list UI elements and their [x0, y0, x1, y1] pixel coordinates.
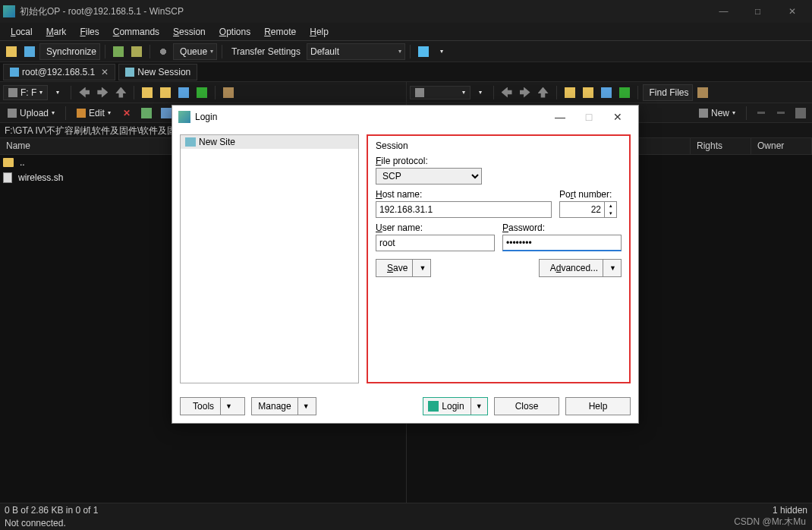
toolbar-arrow[interactable]: ▾	[433, 43, 450, 60]
maximize-button[interactable]: □	[741, 0, 775, 23]
delete-icon: ✕	[123, 108, 131, 118]
tab-close-icon[interactable]: ✕	[101, 67, 109, 77]
nav-fwd-right[interactable]	[517, 84, 533, 101]
dialog-minimize[interactable]: —	[546, 111, 574, 123]
disk-icon	[8, 88, 17, 97]
find-files-button[interactable]: Find Files	[643, 84, 693, 101]
file-protocol-label: File protocol:	[376, 156, 622, 166]
action-right-i2[interactable]	[773, 105, 789, 121]
nav-up-right[interactable]	[535, 84, 552, 101]
session-tab-active[interactable]: root@192.168.5.1 ✕	[3, 64, 115, 80]
session-legend: Session	[376, 140, 622, 151]
nav-back-right[interactable]	[499, 84, 515, 101]
password-input[interactable]	[502, 235, 622, 251]
back-icon	[502, 87, 512, 98]
nav-refresh-left[interactable]	[194, 84, 210, 101]
queue-dropdown[interactable]: Queue ▾	[173, 43, 217, 60]
close-button[interactable]: ✕	[775, 0, 809, 23]
host-label: Host name:	[376, 189, 552, 200]
action-right-i3[interactable]	[792, 105, 809, 121]
dialog-title: Login	[195, 112, 546, 122]
nav-tree-left[interactable]	[220, 84, 237, 101]
nav-back-left[interactable]	[76, 84, 93, 101]
user-input[interactable]	[376, 235, 495, 251]
save-button[interactable]: Save ▼	[376, 259, 431, 277]
file-icon	[3, 172, 12, 183]
nav-fwd-left[interactable]	[94, 84, 111, 101]
col-owner[interactable]: Owner	[751, 138, 812, 154]
manage-button[interactable]: Manage▼	[251, 397, 316, 415]
port-label: Port number:	[559, 189, 622, 200]
advanced-button[interactable]: Advanced... ▼	[539, 259, 622, 277]
watermark: CSDN @Mr.木Mu	[734, 516, 806, 528]
toolbar-icon4[interactable]	[128, 43, 145, 60]
nav-folder2-right[interactable]	[580, 84, 596, 101]
action-left-i1[interactable]	[138, 105, 155, 121]
synchronize-button[interactable]: Synchronize	[39, 43, 100, 60]
menu-remote[interactable]: Remote	[258, 24, 302, 39]
tools-button[interactable]: Tools▼	[180, 397, 245, 415]
status-hidden: 1 hidden	[773, 505, 807, 516]
menu-files[interactable]: Files	[74, 24, 105, 39]
nav-home-right[interactable]	[598, 84, 615, 101]
new-label: New	[711, 108, 729, 118]
nav-folder1-right[interactable]	[562, 84, 578, 101]
transfer-settings-value: Default	[310, 46, 395, 57]
dialog-maximize: □	[574, 111, 603, 123]
toolbar-icon5[interactable]	[415, 43, 432, 60]
site-tree[interactable]: New Site	[180, 134, 359, 383]
nav-refresh-right[interactable]	[616, 84, 633, 101]
status-connection: Not connected.	[5, 518, 66, 528]
new-session-tab[interactable]: New Session	[118, 64, 197, 80]
site-icon	[185, 137, 196, 147]
port-input[interactable]	[559, 201, 605, 218]
minimize-button[interactable]: —	[707, 0, 741, 23]
local-disk-selector[interactable]: F: F ▾	[3, 85, 48, 100]
toolbar-icon2[interactable]	[21, 43, 38, 60]
action-right-i1[interactable]	[753, 105, 770, 121]
toolbar-gear[interactable]	[155, 43, 172, 60]
upload-button[interactable]: Upload ▾	[3, 106, 59, 120]
main-toolbar: Synchronize Queue ▾ Transfer Settings De…	[0, 41, 812, 62]
monitor-icon	[10, 68, 19, 77]
nav-up-left[interactable]	[112, 84, 129, 101]
menu-options[interactable]: Options	[213, 24, 257, 39]
menu-session[interactable]: Session	[167, 24, 212, 39]
folder-icon	[415, 88, 424, 97]
remote-path-selector[interactable]: ▾	[410, 86, 471, 99]
nav-left-sep1[interactable]: ▾	[49, 84, 66, 101]
port-spinner[interactable]: ▴▾	[605, 201, 617, 218]
nav-folder2-left[interactable]	[157, 84, 174, 101]
menu-mark[interactable]: Mark	[40, 24, 73, 39]
dialog-close[interactable]: ✕	[603, 111, 632, 123]
nav-right-sep1[interactable]: ▾	[472, 84, 489, 101]
close-dialog-button[interactable]: Close	[494, 397, 559, 415]
menu-help[interactable]: Help	[304, 24, 335, 39]
tab-label: root@192.168.5.1	[22, 67, 95, 77]
dialog-titlebar[interactable]: Login — □ ✕	[172, 106, 638, 128]
nav-tree-right[interactable]	[694, 84, 711, 101]
forward-icon	[520, 87, 530, 98]
forward-icon	[97, 87, 108, 98]
delete-button[interactable]: ✕	[118, 106, 135, 120]
file-protocol-select[interactable]: SCP	[376, 168, 482, 185]
col-rights[interactable]: Rights	[691, 138, 751, 154]
nav-home-left[interactable]	[175, 84, 192, 101]
upload-label: Upload	[20, 108, 49, 118]
transfer-settings-dropdown[interactable]: Default ▾	[307, 43, 405, 60]
toolbar-icon3[interactable]	[110, 43, 127, 60]
new-site-item[interactable]: New Site	[181, 135, 358, 149]
dialog-icon	[178, 111, 190, 123]
help-button[interactable]: Help	[565, 397, 631, 415]
menu-local[interactable]: Local	[5, 24, 39, 39]
window-title: 初始化OP - root@192.168.5.1 - WinSCP	[20, 5, 707, 18]
synchronize-label: Synchronize	[46, 46, 96, 57]
menu-commands[interactable]: Commands	[107, 24, 165, 39]
toolbar-icon1[interactable]	[3, 43, 20, 60]
new-button[interactable]: New ▾	[694, 106, 740, 120]
login-button[interactable]: Login▼	[423, 397, 488, 415]
host-input[interactable]	[376, 201, 552, 218]
nav-folder1-left[interactable]	[139, 84, 156, 101]
edit-button[interactable]: Edit ▾	[72, 106, 115, 120]
queue-label: Queue	[180, 46, 207, 57]
